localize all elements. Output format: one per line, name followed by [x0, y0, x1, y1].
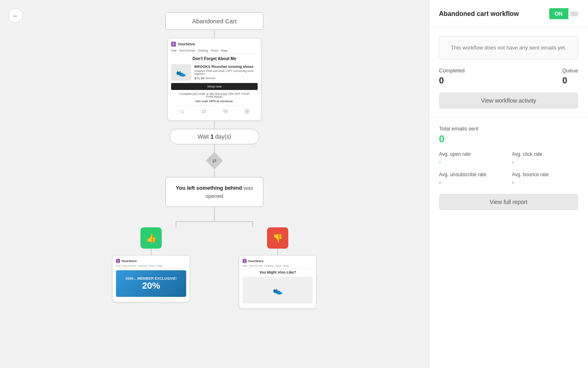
connector-5 [214, 207, 215, 215]
yes-email-nav: SaleNew ArrivalsClothingShoesBags [116, 265, 186, 269]
avg-open-value: - [439, 159, 506, 165]
yes-store-logo-icon: Y [116, 259, 120, 263]
toggle-on[interactable]: ON [549, 8, 569, 19]
condition-node[interactable]: You left something behind was opened [165, 177, 263, 207]
store-header: Y YourStore [171, 42, 258, 47]
stats-bottom-section: Total emails sent 0 Avg. open rate - Avg… [429, 117, 588, 218]
completed-label: Completed [439, 67, 465, 74]
share-icon[interactable]: ⇄ [202, 108, 207, 114]
avg-bounce-rate: Avg. bounce rate - [512, 172, 579, 186]
connector-4 [214, 169, 215, 177]
total-emails-label: Total emails sent [439, 126, 578, 132]
workflow-diagram: Abandoned Cart Y YourStore Sale New Arri… [112, 12, 316, 309]
product-info: BROOKS Ricochet running shoes Stabilize … [194, 65, 258, 80]
branch-left-drop [176, 221, 176, 227]
product-price: $71.99 [194, 76, 204, 80]
toggle-container: ON [549, 8, 579, 19]
condition-text-bold: You left something behind [176, 185, 242, 191]
grid-icon[interactable]: ⊞ [245, 108, 249, 114]
queue-label: Queue [562, 67, 578, 74]
view-report-button[interactable]: View full report [439, 194, 578, 210]
yes-connector [151, 249, 151, 255]
yes-store-name: YourStore [121, 259, 137, 263]
rate-grid: Avg. open rate - Avg. click rate - Avg. … [439, 151, 578, 186]
panel-title: Abandoned cart workflow [439, 10, 519, 18]
store-logo-icon: Y [171, 42, 176, 47]
no-email-title: You Might Also Like? [243, 270, 313, 274]
branch-section: 👍 Y YourStore SaleNew ArrivalsClothingSh… [112, 215, 316, 309]
yes-email-preview: Y YourStore SaleNew ArrivalsClothingShoe… [113, 256, 189, 302]
branch-right-drop [252, 221, 253, 227]
percent-icon[interactable]: % [223, 108, 228, 114]
stats-top-section: This workflow does not have any sent ema… [429, 28, 588, 117]
product-image: 👟 [171, 64, 191, 81]
avg-unsub-label: Avg. unsubscribe rate [439, 172, 506, 177]
no-emails-notice: This workflow does not have any sent ema… [439, 36, 578, 59]
yes-img-text2: 20% [142, 280, 160, 291]
no-email-nav: SaleNew ArrivalsClothingShoesBags [243, 265, 313, 269]
toggle-off[interactable] [570, 11, 578, 16]
panel-header: Abandoned cart workflow ON [429, 0, 588, 28]
avg-open-rate: Avg. open rate - [439, 151, 506, 165]
no-store-name: YourStore [248, 259, 263, 263]
avg-bounce-label: Avg. bounce rate [512, 172, 579, 177]
wait-suffix: day(s) [214, 133, 231, 140]
email-discount-code: Use code V8T6 at checkout. [171, 100, 258, 103]
diamond-shape: ⇄ [206, 152, 223, 169]
no-connector [277, 249, 278, 255]
connector-2 [214, 121, 215, 129]
branch-yes-button[interactable]: 👍 [140, 227, 162, 249]
avg-click-value: - [512, 159, 579, 165]
no-store-logo-icon: Y [243, 259, 247, 263]
decision-diamond: ⇄ [206, 153, 223, 169]
no-email-node[interactable]: Y YourStore SaleNew ArrivalsClothingShoe… [239, 255, 316, 309]
view-activity-button[interactable]: View workflow activity [439, 92, 578, 109]
product-desc: Stabilize DNA and DNA LOFT cushioning wo… [194, 70, 258, 75]
avg-unsub-rate: Avg. unsubscribe rate - [439, 172, 506, 186]
no-store-header: Y YourStore [243, 259, 313, 263]
branch-lines [145, 215, 284, 227]
wait-prefix: Wait [198, 133, 210, 140]
avg-unsub-value: - [439, 179, 506, 186]
email-headline: Don't Forget About Me [171, 56, 258, 61]
avg-open-label: Avg. open rate [439, 151, 506, 157]
connector-3 [214, 144, 215, 153]
emoji-icon[interactable]: ☺ [179, 108, 185, 114]
yes-email-node[interactable]: Y YourStore SaleNew ArrivalsClothingShoe… [112, 255, 190, 302]
total-emails-value: 0 [439, 133, 578, 145]
trigger-label: Abandoned Cart [192, 18, 236, 25]
no-emails-text: This workflow does not have any sent ema… [451, 45, 566, 51]
workflow-canvas: ← Abandoned Cart Y YourStore Sale New Ar… [0, 0, 429, 368]
wait-node[interactable]: Wait 1 day(s) [169, 129, 259, 144]
back-button[interactable]: ← [8, 8, 23, 23]
branch-row: 👍 Y YourStore SaleNew ArrivalsClothingSh… [112, 227, 316, 309]
right-panel: Abandoned cart workflow ON This workflow… [429, 0, 588, 368]
branch-yes-col: 👍 Y YourStore SaleNew ArrivalsClothingSh… [112, 227, 190, 309]
avg-click-label: Avg. click rate [512, 151, 579, 157]
completed-queue-row: Completed 0 Queue 0 [439, 67, 578, 86]
diamond-icon: ⇄ [212, 158, 216, 164]
thumbs-up-icon: 👍 [146, 233, 156, 243]
connector-1 [214, 30, 215, 38]
branch-no-col: 👎 Y YourStore SaleNew ArrivalsClothingSh… [239, 227, 316, 309]
yes-email-image: SHH... MEMBER EXCLUSIVE! 20% [116, 270, 186, 297]
branch-no-button[interactable]: 👎 [267, 227, 288, 249]
trigger-node[interactable]: Abandoned Cart [165, 12, 263, 30]
no-email-preview: Y YourStore SaleNew ArrivalsClothingShoe… [239, 256, 316, 308]
yes-store-header: Y YourStore [116, 259, 186, 263]
email-action-bar: ☺ ⇄ % ⊞ [171, 105, 258, 117]
avg-bounce-value: - [512, 179, 579, 186]
queue-value: 0 [562, 75, 578, 86]
email-footer-text: Complete your order in 48h and enjoy 15%… [171, 92, 258, 98]
back-icon: ← [13, 13, 18, 19]
email-preview: Y YourStore Sale New Arrivals Clothing S… [168, 38, 261, 120]
queue-stat: Queue 0 [562, 67, 578, 86]
shop-button: Shop now [171, 83, 258, 90]
view-activity-label: View workflow activity [481, 97, 536, 104]
email-nav: Sale New Arrivals Clothing Shoes Bags [171, 49, 258, 54]
store-name: YourStore [178, 42, 195, 46]
product-name: BROOKS Ricochet running shoes [194, 65, 258, 69]
no-email-image: 👟 [243, 277, 313, 303]
email-node[interactable]: Y YourStore Sale New Arrivals Clothing S… [167, 38, 261, 121]
email-product: 👟 BROOKS Ricochet running shoes Stabiliz… [171, 64, 258, 81]
